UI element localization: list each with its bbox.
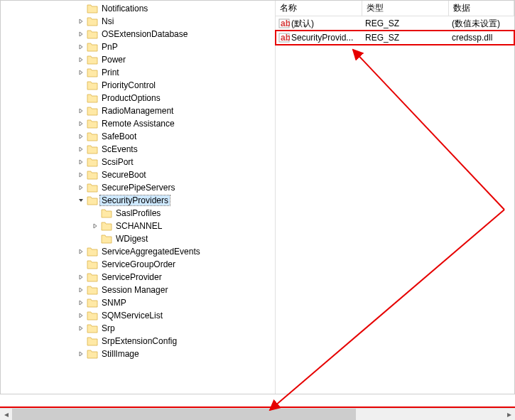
tree-item[interactable]: ServiceGroupOrder [1,258,275,271]
folder-icon [87,259,98,269]
folder-icon [87,323,98,333]
tree-item-label: StillImage [100,349,141,359]
tree-item[interactable]: ScsiPort [1,156,275,168]
chevron-right-icon[interactable] [75,182,87,193]
list-row[interactable]: abSecurityProvid...REG_SZcredssp.dll [276,31,514,45]
chevron-right-icon[interactable] [75,67,87,78]
tree-item[interactable]: SQMServiceList [1,309,275,322]
tree-item[interactable]: OSExtensionDatabase [1,28,275,41]
folder-icon [87,183,98,193]
tree-item[interactable]: SecureBoot [1,168,275,181]
tree-item-label: ServiceAggregatedEvents [100,247,202,257]
tree-item[interactable]: Session Manager [1,284,275,296]
tree-item-label: Remote Assistance [100,119,176,129]
tree-item[interactable]: ScEvents [1,143,275,156]
tree-item[interactable]: ProductOptions [1,92,275,104]
chevron-right-icon[interactable] [75,310,87,321]
tree-item[interactable]: RadioManagement [1,104,275,117]
tree-item[interactable]: PriorityControl [1,79,275,92]
tree-item-label: SQMServiceList [100,311,164,321]
tree-item[interactable]: SecurityProviders [1,194,275,207]
tree-item[interactable]: Srp [1,322,275,335]
folder-icon [87,106,98,116]
tree-item-label: SecurePipeServers [100,183,176,193]
tree-item[interactable]: Notifications [1,2,275,15]
tree-item-label: OSExtensionDatabase [100,29,189,39]
values-pane[interactable]: 名称类型数据 ab(默认)REG_SZ(数值未设置)abSecurityProv… [276,1,514,394]
chevron-right-icon[interactable] [75,41,87,53]
chevron-right-icon[interactable] [75,54,87,65]
folder-icon [87,272,98,282]
value-name: (默认) [291,18,314,30]
tree-item[interactable]: Power [1,53,275,66]
tree-pane[interactable]: NotificationsNsiOSExtensionDatabasePnPPo… [1,1,276,394]
chevron-right-icon[interactable] [75,246,87,257]
chevron-right-icon[interactable] [75,284,87,296]
column-header[interactable]: 类型 [362,1,449,16]
chevron-right-icon[interactable] [75,16,87,27]
tree-item[interactable]: SaslProfiles [1,207,275,220]
chevron-right-icon[interactable] [75,271,87,283]
folder-icon [87,119,98,129]
tree-item-label: Session Manager [100,285,169,295]
tree-item[interactable]: Print [1,66,275,79]
chevron-down-icon[interactable] [75,195,87,206]
chevron-right-icon[interactable] [75,297,87,308]
folder-icon [87,157,98,167]
tree-item-label: ServiceGroupOrder [100,259,177,269]
tree-item[interactable]: ServiceProvider [1,271,275,284]
tree-item[interactable]: SCHANNEL [1,220,275,232]
chevron-right-icon[interactable] [75,118,87,129]
chevron-right-icon[interactable] [75,131,87,142]
chevron-right-icon[interactable] [90,220,101,232]
folder-icon [101,234,112,244]
tree-item[interactable]: PnP [1,41,275,53]
chevron-right-icon[interactable] [75,144,87,155]
chevron-right-icon[interactable] [75,105,87,117]
tree-item-label: Power [100,55,127,65]
tree-item[interactable]: SecurePipeServers [1,181,275,194]
column-header[interactable]: 名称 [276,1,362,16]
svg-text:ab: ab [281,33,290,43]
tree-item[interactable]: SNMP [1,296,275,309]
tree-item[interactable]: WDigest [1,232,275,245]
right-scrollbar[interactable]: ◂ ▸ [0,408,515,420]
folder-icon [87,195,98,205]
list-row[interactable]: ab(默认)REG_SZ(数值未设置) [276,16,514,31]
list-header: 名称类型数据 [276,1,514,16]
folder-icon [87,247,98,257]
tree-item-label: Srp [100,323,116,333]
tree-item-label: RadioManagement [100,106,175,116]
tree-item[interactable]: Nsi [1,15,275,28]
tree-item-label: ScsiPort [100,157,135,167]
folder-icon [101,208,112,218]
tree-item-label: Print [100,68,121,77]
folder-icon [87,349,98,359]
tree-item-label: SCHANNEL [114,221,163,231]
folder-icon [87,42,98,52]
tree-item-label: Nsi [100,16,115,26]
tree-item[interactable]: ServiceAggregatedEvents [1,245,275,258]
chevron-right-icon[interactable] [75,348,87,360]
folder-icon [87,336,98,346]
tree-item[interactable]: SrpExtensionConfig [1,335,275,348]
scroll-left-arrow[interactable]: ◂ [0,409,12,421]
tree-item[interactable]: StillImage [1,348,275,360]
string-value-icon: ab [278,18,290,29]
chevron-right-icon[interactable] [75,156,87,168]
tree-item[interactable]: Remote Assistance [1,117,275,130]
folder-icon [87,55,98,65]
folder-icon [87,170,98,180]
chevron-right-icon[interactable] [75,169,87,181]
folder-icon [87,285,98,295]
column-header[interactable]: 数据 [449,1,514,16]
tree-item-label: PriorityControl [100,80,157,90]
tree-item[interactable]: SafeBoot [1,130,275,143]
folder-icon [87,4,98,14]
scroll-right-arrow[interactable]: ▸ [503,409,515,421]
tree-item-label: SecureBoot [100,170,148,180]
string-value-icon: ab [278,32,290,43]
chevron-right-icon[interactable] [75,323,87,334]
tree-item-label: ScEvents [100,144,139,154]
chevron-right-icon[interactable] [75,28,87,40]
